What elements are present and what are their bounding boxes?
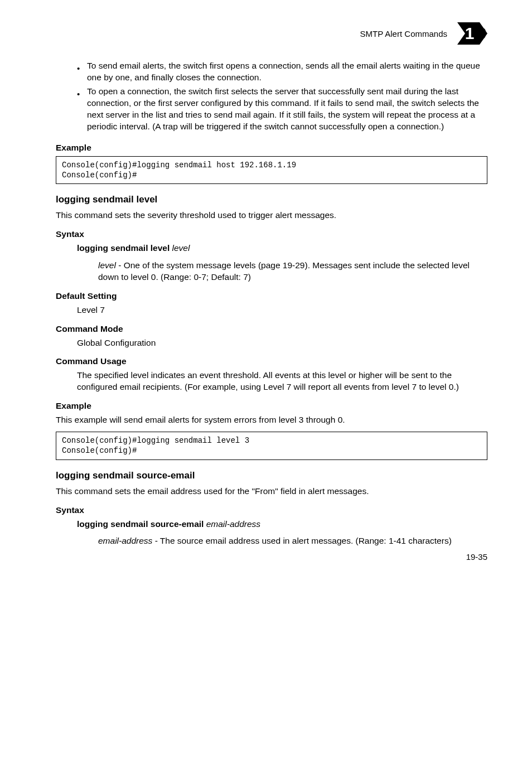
mode-heading: Command Mode bbox=[56, 324, 487, 334]
syntax-bold: logging sendmail source-email bbox=[77, 519, 204, 529]
command-intro: This command sets the email address used… bbox=[56, 486, 487, 497]
param-desc: - One of the system message levels (page… bbox=[98, 260, 470, 282]
list-item: • To open a connection, the switch first… bbox=[77, 86, 487, 133]
bullet-icon: • bbox=[77, 90, 80, 98]
syntax-param: email-address - The source email address… bbox=[56, 535, 487, 547]
bullet-icon: • bbox=[77, 64, 80, 72]
code-block: Console(config)#logging sendmail host 19… bbox=[56, 156, 487, 184]
syntax-command: logging sendmail source-email email-addr… bbox=[56, 519, 487, 530]
example-intro: This example will send email alerts for … bbox=[56, 414, 487, 426]
syntax-command: logging sendmail level level bbox=[56, 243, 487, 254]
list-item: • To send email alerts, the switch first… bbox=[77, 60, 487, 84]
example-heading: Example bbox=[56, 401, 487, 411]
page-container: SMTP Alert Commands 1 9 • To send email … bbox=[0, 0, 532, 575]
param-desc: - The source email address used in alert… bbox=[152, 536, 451, 545]
default-value: Level 7 bbox=[56, 304, 487, 316]
intro-bullet-list: • To send email alerts, the switch first… bbox=[56, 60, 487, 133]
usage-heading: Command Usage bbox=[56, 356, 487, 366]
usage-text: The specified level indicates an event t… bbox=[56, 370, 487, 393]
default-heading: Default Setting bbox=[56, 291, 487, 301]
example-heading: Example bbox=[56, 143, 487, 153]
syntax-heading: Syntax bbox=[56, 505, 487, 515]
chapter-badge-icon: 1 9 bbox=[457, 22, 487, 45]
syntax-param: level - One of the system message levels… bbox=[56, 260, 487, 283]
command-heading-level: logging sendmail level bbox=[56, 194, 487, 205]
syntax-heading: Syntax bbox=[56, 229, 487, 239]
param-name: level bbox=[98, 260, 116, 270]
command-intro: This command sets the severity threshold… bbox=[56, 210, 487, 221]
header-title: SMTP Alert Commands bbox=[360, 29, 447, 38]
syntax-bold: logging sendmail level bbox=[77, 243, 170, 253]
page-header: SMTP Alert Commands 1 9 bbox=[56, 22, 487, 45]
param-name: email-address bbox=[98, 536, 152, 545]
page-number: 19-35 bbox=[466, 552, 487, 562]
badge-digit-1: 1 bbox=[465, 24, 475, 42]
code-block: Console(config)#logging sendmail level 3… bbox=[56, 432, 487, 459]
syntax-italic: level bbox=[170, 243, 190, 253]
mode-value: Global Configuration bbox=[56, 337, 487, 349]
command-heading-source: logging sendmail source-email bbox=[56, 470, 487, 481]
syntax-italic: email-address bbox=[204, 519, 260, 529]
badge-digit-2: 9 bbox=[477, 24, 487, 42]
bullet-text: To send email alerts, the switch first o… bbox=[87, 60, 487, 84]
bullet-text: To open a connection, the switch first s… bbox=[87, 86, 487, 133]
